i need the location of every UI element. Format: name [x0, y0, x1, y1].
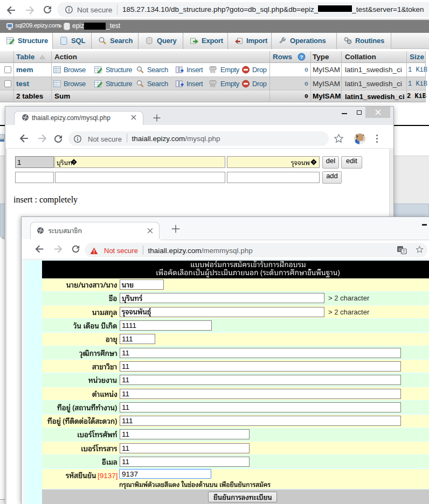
svg-text:?: ? — [300, 54, 303, 60]
svg-text:文: 文 — [402, 249, 406, 254]
svg-text:?: ? — [313, 160, 315, 165]
svg-text:?: ? — [73, 160, 75, 165]
